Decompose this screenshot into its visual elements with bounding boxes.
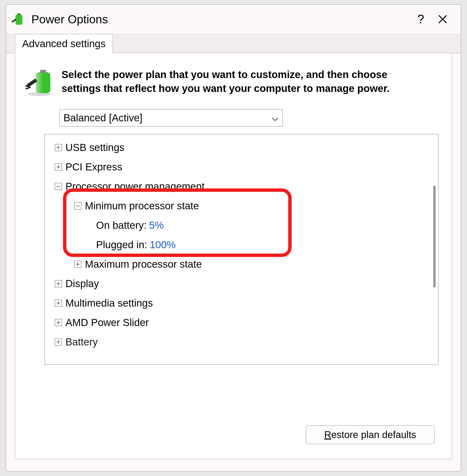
svg-rect-1 <box>17 13 20 15</box>
settings-tree: + USB settings + PCI Express − Processor… <box>44 134 439 365</box>
intro-text: Select the power plan that you want to c… <box>62 68 412 95</box>
vertical-scrollbar[interactable] <box>431 134 438 364</box>
dialog-title: Power Options <box>31 13 410 26</box>
power-plan-dropdown[interactable]: Balanced [Active] <box>59 109 283 127</box>
tree-content: + USB settings + PCI Express − Processor… <box>45 134 438 352</box>
expand-icon[interactable]: + <box>74 261 81 268</box>
power-plan-selected: Balanced [Active] <box>64 112 143 124</box>
title-bar: Power Options ? <box>6 5 461 34</box>
tree-item-amd-power-slider[interactable]: + AMD Power Slider <box>50 313 429 332</box>
power-plug-battery-icon <box>11 12 26 26</box>
scrollbar-thumb[interactable] <box>433 186 436 288</box>
chevron-down-icon <box>272 112 278 124</box>
expand-icon[interactable]: + <box>55 163 62 171</box>
tree-item-usb-settings[interactable]: + USB settings <box>50 138 429 157</box>
on-battery-value[interactable]: 5% <box>149 220 164 230</box>
intro-row: Select the power plan that you want to c… <box>25 68 442 97</box>
svg-rect-7 <box>36 72 50 93</box>
restore-plan-defaults-button[interactable]: Restore plan defaults <box>306 425 435 444</box>
close-icon <box>438 15 447 24</box>
footer-buttons: Restore plan defaults <box>306 425 435 444</box>
tree-item-display[interactable]: + Display <box>50 274 429 293</box>
plugged-in-value[interactable]: 100% <box>150 240 176 250</box>
tab-strip: Advanced settings <box>6 34 461 53</box>
expand-icon[interactable]: + <box>55 319 62 326</box>
svg-rect-10 <box>26 88 28 89</box>
tree-value-plugged-in[interactable]: Plugged in: 100% <box>50 235 429 254</box>
svg-rect-0 <box>15 15 22 25</box>
expand-icon[interactable]: + <box>55 338 62 346</box>
expand-icon[interactable]: + <box>55 280 62 287</box>
svg-rect-9 <box>26 85 28 87</box>
tree-item-minimum-processor-state[interactable]: − Minimum processor state <box>50 196 429 216</box>
battery-plug-large-icon <box>25 68 54 97</box>
svg-point-2 <box>12 20 14 23</box>
power-options-dialog: Power Options ? Advanced settings <box>6 4 461 472</box>
expand-icon[interactable]: + <box>55 300 62 307</box>
collapse-icon[interactable]: − <box>55 183 62 190</box>
tab-advanced-settings[interactable]: Advanced settings <box>15 34 113 54</box>
close-button[interactable] <box>432 8 454 30</box>
tree-item-battery[interactable]: + Battery <box>50 332 429 352</box>
collapse-icon[interactable]: − <box>74 202 81 210</box>
tree-item-pci-express[interactable]: + PCI Express <box>50 157 429 177</box>
help-button[interactable]: ? <box>410 8 432 30</box>
tab-page: Select the power plan that you want to c… <box>15 53 452 459</box>
expand-icon[interactable]: + <box>55 144 62 151</box>
tree-item-maximum-processor-state[interactable]: + Maximum processor state <box>50 254 429 274</box>
tab-label: Advanced settings <box>22 38 105 50</box>
tree-value-on-battery[interactable]: On battery: 5% <box>50 216 429 235</box>
tree-item-multimedia-settings[interactable]: + Multimedia settings <box>50 293 429 313</box>
tree-item-processor-power-management[interactable]: − Processor power management <box>50 177 429 196</box>
svg-rect-8 <box>40 70 46 73</box>
